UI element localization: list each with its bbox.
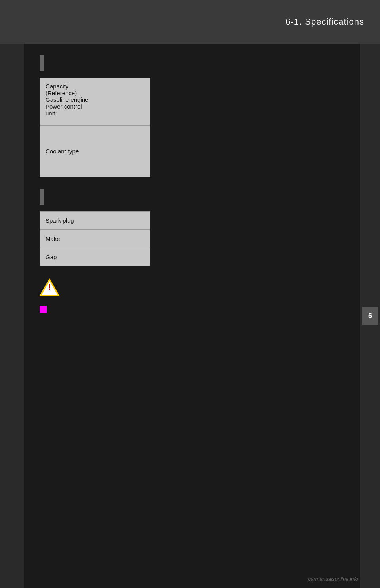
- make-cell: Make: [40, 230, 150, 248]
- gap-cell: Gap: [40, 248, 150, 266]
- coolant-spec-table: Capacity(Reference)Gasoline enginePower …: [40, 78, 150, 177]
- spark-plug-label-cell: Spark plug: [40, 212, 150, 230]
- capacity-cell: Capacity(Reference)Gasoline enginePower …: [40, 78, 150, 126]
- main-content: Capacity(Reference)Gasoline enginePower …: [24, 44, 360, 588]
- section-marker-2: [40, 189, 44, 205]
- right-sidebar: 6: [360, 44, 380, 588]
- warning-icon: !: [40, 278, 59, 298]
- left-sidebar: [0, 44, 24, 588]
- page-title: 6-1. Specifications: [285, 17, 364, 27]
- chapter-tab: 6: [362, 307, 378, 325]
- header-bar: 6-1. Specifications: [0, 0, 380, 44]
- pink-bullet-row: [40, 306, 344, 313]
- warning-exclamation: !: [48, 284, 51, 291]
- coolant-type-cell: Coolant type: [40, 126, 150, 177]
- section-marker-1: [40, 55, 44, 71]
- pink-bullet-icon: [40, 306, 47, 313]
- footer-watermark: carmanualsonline.info: [308, 576, 358, 582]
- spark-plug-table: Spark plug Make Gap: [40, 211, 150, 266]
- warning-area: !: [40, 278, 344, 298]
